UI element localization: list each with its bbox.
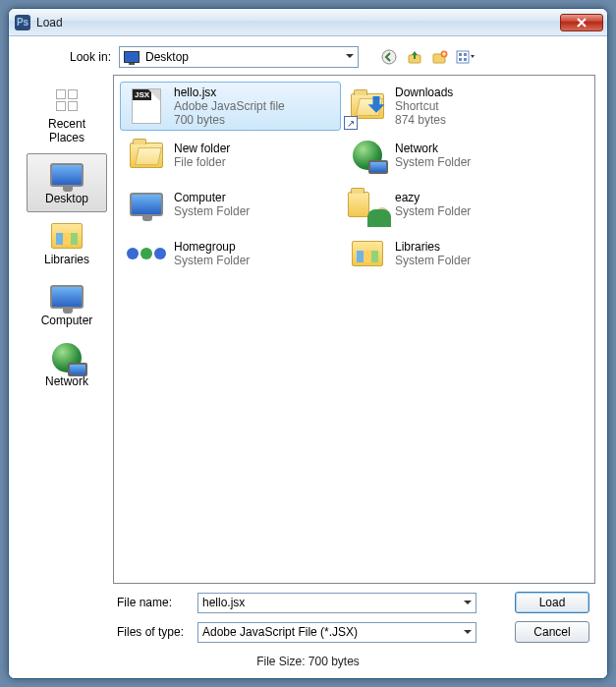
svg-rect-8 (464, 58, 467, 61)
bottom-panel: File name: hello.jsx Load Files of type:… (21, 584, 595, 651)
file-item[interactable]: Homegroup System Folder (120, 229, 341, 278)
item-name: Computer (174, 191, 250, 204)
chevron-down-icon (464, 601, 472, 608)
file-item[interactable]: Libraries System Folder (341, 229, 562, 278)
load-dialog: Ps Load Look in: Desktop (8, 8, 608, 679)
places-bar: Recent Places Desktop Libraries Computer… (21, 75, 113, 584)
titlebar[interactable]: Ps Load (9, 9, 607, 36)
filetype-label: Files of type: (117, 625, 188, 639)
item-type: System Folder (395, 254, 471, 267)
up-one-level-button[interactable] (404, 46, 425, 68)
svg-rect-7 (459, 58, 462, 61)
item-type: System Folder (174, 254, 250, 267)
place-libraries[interactable]: Libraries (27, 214, 107, 273)
user-folder-icon (348, 185, 387, 224)
back-button[interactable] (378, 46, 400, 68)
jsx-file-icon: JSX (127, 86, 166, 126)
window-title: Load (36, 16, 554, 29)
view-menu-button[interactable] (455, 46, 476, 68)
svg-rect-6 (464, 53, 467, 56)
close-button[interactable] (560, 14, 603, 31)
place-label: Libraries (29, 253, 104, 266)
place-desktop[interactable]: Desktop (27, 153, 107, 212)
place-recent[interactable]: Recent Places (27, 79, 107, 151)
file-item[interactable]: Network System Folder (341, 131, 562, 180)
computer-icon (29, 280, 104, 314)
cancel-button[interactable]: Cancel (515, 621, 589, 643)
filename-label: File name: (117, 596, 188, 609)
nav-toolbar (378, 46, 476, 68)
close-icon (577, 18, 587, 28)
network-icon (348, 136, 387, 175)
shortcut-overlay-icon: ↗ (344, 116, 358, 130)
new-folder-button[interactable] (429, 46, 451, 68)
filetype-value: Adobe JavaScript File (*.JSX) (202, 625, 358, 639)
svg-point-0 (382, 50, 396, 64)
app-icon: Ps (15, 15, 30, 30)
file-list[interactable]: JSX hello.jsx Adobe JavaScript file 700 … (113, 75, 595, 584)
item-type: System Folder (395, 204, 471, 218)
look-in-value: Desktop (145, 50, 189, 64)
place-label: Network (29, 374, 104, 388)
item-size: 700 bytes (174, 113, 285, 127)
look-in-label: Look in: (58, 50, 111, 64)
item-name: Network (395, 142, 471, 155)
back-icon (381, 49, 397, 65)
item-size: 874 bytes (395, 113, 453, 127)
folder-icon (127, 136, 166, 175)
place-computer[interactable]: Computer (27, 275, 107, 334)
item-name: eazy (395, 191, 471, 204)
view-menu-icon (456, 49, 476, 65)
downloads-icon: ↗ (348, 86, 387, 126)
filename-value: hello.jsx (202, 596, 245, 609)
libraries-icon (348, 234, 387, 273)
libraries-icon (29, 219, 104, 253)
load-button[interactable]: Load (515, 592, 589, 613)
look-in-row: Look in: Desktop (21, 46, 595, 68)
svg-rect-5 (459, 53, 462, 56)
computer-icon (127, 185, 166, 224)
place-label: Desktop (29, 192, 104, 205)
place-label: Computer (29, 314, 104, 327)
item-type: File folder (174, 155, 230, 169)
item-type: System Folder (174, 204, 250, 218)
status-bar: File Size: 700 bytes (21, 651, 595, 670)
desktop-icon (29, 158, 104, 192)
item-type: System Folder (395, 155, 471, 169)
filetype-dropdown[interactable]: Adobe JavaScript File (*.JSX) (197, 622, 476, 643)
filename-input[interactable]: hello.jsx (197, 593, 476, 613)
main-area: Recent Places Desktop Libraries Computer… (21, 74, 595, 584)
item-type: Adobe JavaScript file (174, 99, 285, 113)
item-name: New folder (174, 142, 230, 155)
desktop-icon (124, 51, 140, 63)
chevron-down-icon (346, 54, 354, 62)
file-item[interactable]: Computer System Folder (120, 180, 341, 229)
new-folder-icon (432, 49, 448, 65)
homegroup-icon (127, 234, 166, 273)
file-item[interactable]: ↗ Downloads Shortcut 874 bytes (341, 82, 562, 131)
item-name: Homegroup (174, 240, 250, 254)
item-type: Shortcut (395, 99, 453, 113)
item-name: Downloads (395, 86, 453, 99)
file-item[interactable]: JSX hello.jsx Adobe JavaScript file 700 … (120, 82, 341, 131)
look-in-dropdown[interactable]: Desktop (119, 46, 359, 68)
network-icon (29, 341, 104, 374)
up-one-level-icon (407, 49, 422, 65)
recent-places-icon (29, 84, 104, 117)
item-name: Libraries (395, 240, 471, 254)
item-name: hello.jsx (174, 86, 285, 99)
svg-rect-4 (457, 51, 469, 63)
file-item[interactable]: New folder File folder (120, 131, 341, 180)
chevron-down-icon (464, 630, 472, 638)
place-label: Recent Places (29, 117, 104, 144)
file-item[interactable]: eazy System Folder (341, 180, 562, 229)
dialog-body: Look in: Desktop (9, 36, 607, 678)
place-network[interactable]: Network (27, 336, 107, 395)
